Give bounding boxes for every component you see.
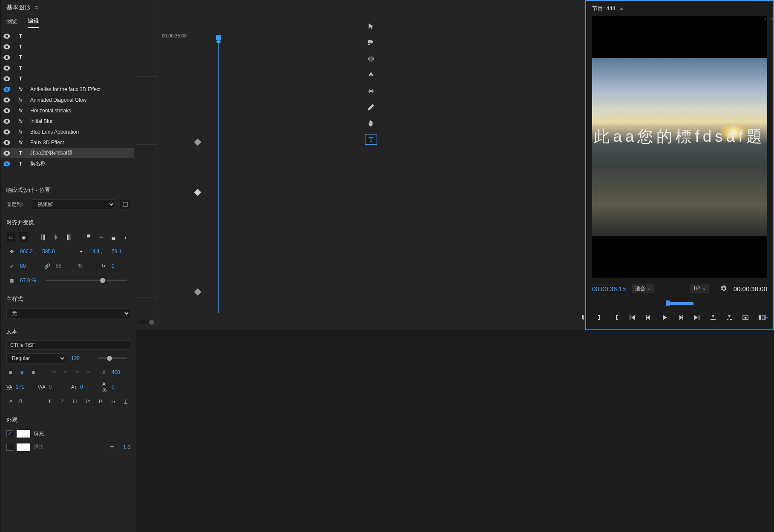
scale-link-icon[interactable]: 🔗 [42, 261, 52, 271]
program-scrubber[interactable] [592, 298, 767, 310]
type-tool-icon[interactable] [365, 134, 377, 145]
tracking-value[interactable]: 171 [16, 384, 35, 390]
visibility-eye-icon[interactable] [3, 76, 11, 81]
all-caps-icon[interactable]: TT [70, 397, 80, 406]
text-align-right-icon[interactable]: ≡ [29, 368, 37, 377]
settings-wrench-icon[interactable] [720, 285, 728, 292]
track-select-tool-icon[interactable] [365, 37, 377, 48]
faux-bold-icon[interactable]: T [45, 397, 54, 406]
visibility-eye-icon[interactable] [3, 97, 11, 103]
text-align-justify-all-icon[interactable]: ≣ [84, 368, 92, 377]
superscript-icon[interactable]: T¹ [95, 397, 105, 406]
subscript-icon[interactable]: T₁ [108, 397, 118, 406]
stroke-width-value[interactable]: 1.0 [118, 444, 130, 450]
visibility-eye-icon[interactable] [3, 108, 11, 113]
stroke-checkbox[interactable] [6, 444, 13, 451]
extract-icon[interactable] [726, 313, 733, 322]
align-to-frame-icon[interactable]: ▭ [6, 232, 15, 242]
master-style-select[interactable]: 无 [6, 308, 130, 318]
go-to-in-icon[interactable] [629, 313, 636, 322]
baseline-shift-icon[interactable]: A↕ [71, 382, 77, 392]
play-icon[interactable] [661, 313, 668, 322]
mark-out-dot-icon[interactable]: ○ [763, 16, 766, 21]
visibility-eye-icon[interactable] [3, 129, 11, 134]
font-family-input[interactable] [6, 340, 130, 350]
hand-tool-icon[interactable] [365, 118, 377, 129]
layer-row[interactable]: T集名称 [0, 158, 134, 169]
mark-in-dot-icon[interactable]: ○ [770, 16, 773, 21]
text-align-justify-last-left-icon[interactable]: ≣ [50, 368, 58, 377]
ripple-edit-tool-icon[interactable] [365, 54, 377, 64]
layer-row[interactable]: fxInitial Blur [0, 116, 134, 126]
visibility-eye-icon[interactable] [3, 87, 11, 92]
add-button-icon[interactable]: + [763, 313, 768, 323]
font-size-slider[interactable] [98, 358, 127, 359]
position-x[interactable]: 966.2 , [20, 249, 39, 255]
layer-row[interactable]: T [0, 31, 134, 41]
mark-out-bracket-icon[interactable] [596, 313, 603, 322]
leading-value[interactable]: 400 [112, 369, 130, 375]
distribute-icon[interactable]: ⫶ [121, 232, 130, 242]
font-style-select[interactable]: Regular [6, 353, 66, 363]
align-vcenter-icon[interactable]: ━ [97, 232, 106, 242]
char-spacing-icon[interactable]: A̲ [6, 397, 16, 406]
baseline-value[interactable]: 0 [80, 384, 99, 390]
fill-color-swatch[interactable] [17, 430, 30, 438]
visibility-eye-icon[interactable] [3, 34, 11, 39]
layer-row[interactable]: T [0, 52, 134, 63]
rotation-icon[interactable]: ↻ [98, 261, 108, 271]
opacity-value[interactable]: 67.8 % [20, 277, 39, 283]
layer-row[interactable]: T [0, 63, 134, 73]
pin-target-icon[interactable] [120, 200, 130, 209]
underline-icon[interactable]: T [121, 397, 130, 406]
char-spacing-value[interactable]: 0 [19, 398, 38, 404]
effect-track-row[interactable] [136, 145, 157, 187]
align-right-icon[interactable]: ▐┃ [64, 232, 73, 242]
text-align-center-icon[interactable]: ≡ [18, 368, 26, 377]
visibility-eye-icon[interactable] [3, 161, 11, 166]
align-hcenter-icon[interactable]: ╋ [52, 232, 60, 242]
layer-row[interactable]: fxHorizontal streaks [0, 105, 134, 116]
layer-row[interactable]: fxBlue Lens Abberation [0, 126, 134, 137]
resolution-select[interactable]: 1/2 [690, 284, 709, 293]
small-caps-icon[interactable]: Tᴛ [83, 397, 92, 406]
effect-playhead-marker[interactable] [216, 35, 221, 40]
faux-italic-icon[interactable]: T [58, 397, 67, 406]
effect-track-row[interactable] [136, 255, 157, 298]
lift-icon[interactable] [710, 313, 716, 322]
export-frame-icon[interactable] [742, 313, 749, 322]
opacity-slider[interactable] [46, 280, 127, 281]
stroke-add-icon[interactable]: + [109, 443, 114, 452]
scale-icon[interactable]: ⤢ [6, 261, 17, 271]
tsume-icon[interactable]: Aあ [102, 382, 108, 392]
anchor-x[interactable]: 14.4 , [89, 249, 108, 255]
kerning-value[interactable]: 0 [49, 384, 68, 390]
anchor-y[interactable]: 73.1 [112, 249, 130, 255]
align-left-icon[interactable]: ┃▌ [39, 232, 48, 242]
rate-stretch-tool-icon[interactable] [365, 86, 377, 96]
program-menu-icon[interactable]: ≡ [620, 6, 623, 12]
current-timecode[interactable]: 00:00:36:15 [592, 285, 626, 292]
layer-row[interactable]: fxAnti-alias for the faux 3D Effect [0, 84, 134, 94]
mark-in-bracket-icon[interactable] [613, 313, 619, 322]
razor-tool-icon[interactable] [365, 70, 377, 80]
tsume-value[interactable]: 0 [112, 384, 130, 390]
visibility-eye-icon[interactable] [3, 55, 11, 60]
font-size-value[interactable]: 120 [71, 355, 90, 361]
effect-track-row[interactable] [136, 77, 157, 145]
pin-to-select[interactable]: 视频帧 [32, 199, 115, 209]
stroke-color-swatch[interactable] [17, 443, 30, 451]
position-y[interactable]: 585.0 [42, 249, 61, 255]
rotation-value[interactable]: 0 [112, 263, 130, 269]
text-align-justify-center-icon[interactable]: ≣ [62, 368, 70, 377]
visibility-eye-icon[interactable] [3, 66, 11, 71]
effect-track-row[interactable] [136, 43, 157, 77]
tracking-icon[interactable]: VA [6, 382, 12, 392]
fill-checkbox[interactable] [6, 430, 13, 437]
scale-value[interactable]: 80 [20, 263, 39, 269]
align-top-icon[interactable]: ▀ [84, 232, 93, 242]
position-icon[interactable]: ✥ [6, 247, 17, 256]
tab-edit[interactable]: 编辑 [28, 17, 39, 28]
effect-track-row[interactable] [136, 187, 157, 255]
tab-browse[interactable]: 浏览 [6, 18, 17, 28]
